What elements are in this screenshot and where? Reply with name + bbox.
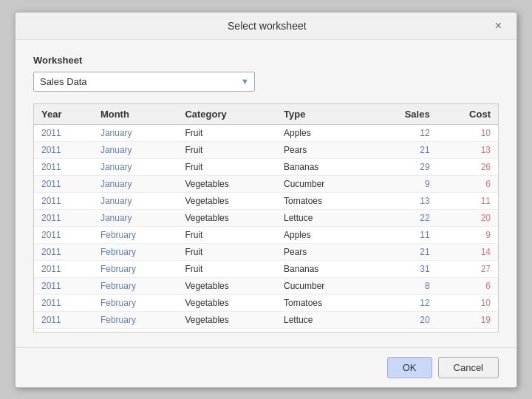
dialog-body: Worksheet Sales Data Sheet2 Sheet3 ▼ Yea…	[16, 40, 516, 347]
table-row: 2011 February Vegetables Lettuce 20 19	[34, 311, 498, 328]
cell-type: Lettuce	[276, 209, 370, 226]
worksheet-select-wrapper: Sales Data Sheet2 Sheet3 ▼	[33, 72, 255, 92]
cell-year: 2011	[34, 260, 93, 277]
cell-category: Fruit	[177, 243, 276, 260]
cell-year: 2011	[34, 243, 93, 260]
cell-category: Vegetables	[177, 175, 276, 192]
cell-category: Vegetables	[177, 294, 276, 311]
cell-sales: 21	[370, 141, 437, 158]
cell-type: Tomatoes	[276, 294, 370, 311]
cell-sales: 12	[370, 124, 437, 141]
table-row: 2011 January Vegetables Lettuce 22 20	[34, 209, 498, 226]
cell-cost: 10	[437, 328, 498, 332]
cell-sales: 20	[370, 311, 437, 328]
cell-year: 2011	[34, 226, 93, 243]
cell-category: Fruit	[177, 141, 276, 158]
table-row: 2011 January Fruit Pears 21 13	[34, 141, 498, 158]
cell-month: February	[93, 226, 177, 243]
cell-sales: 9	[370, 175, 437, 192]
table-row: 2011 January Vegetables Tomatoes 13 11	[34, 192, 498, 209]
cell-cost: 26	[437, 158, 498, 175]
cell-cost: 13	[437, 141, 498, 158]
table-row: 2011 February Fruit Bananas 31 27	[34, 260, 498, 277]
cell-year: 2011	[34, 311, 93, 328]
data-table-container[interactable]: Year Month Category Type Sales Cost 2011…	[33, 103, 499, 332]
cell-category: Fruit	[177, 124, 276, 141]
cell-type: Pears	[276, 141, 370, 158]
table-row: 2011 February Fruit Pears 21 14	[34, 243, 498, 260]
cell-cost: 14	[437, 243, 498, 260]
cell-month: February	[93, 294, 177, 311]
cell-category: Vegetables	[177, 311, 276, 328]
cell-month: February	[93, 260, 177, 277]
cell-cost: 10	[437, 124, 498, 141]
cell-cost: 6	[437, 175, 498, 192]
cell-category: Fruit	[177, 158, 276, 175]
close-button[interactable]: ×	[492, 20, 505, 32]
data-table: Year Month Category Type Sales Cost 2011…	[34, 104, 498, 332]
cell-month: January	[93, 158, 177, 175]
cell-sales: 9	[370, 328, 437, 332]
cell-category: Vegetables	[177, 277, 276, 294]
table-row: 2011 March Fruit Apples 9 10	[34, 328, 498, 332]
cell-sales: 22	[370, 209, 437, 226]
table-row: 2011 January Vegetables Cucumber 9 6	[34, 175, 498, 192]
cell-cost: 19	[437, 311, 498, 328]
cell-year: 2011	[34, 124, 93, 141]
cell-category: Fruit	[177, 328, 276, 332]
cell-sales: 21	[370, 243, 437, 260]
cell-type: Cucumber	[276, 277, 370, 294]
col-header-category: Category	[177, 104, 276, 125]
cell-month: February	[93, 311, 177, 328]
cell-cost: 20	[437, 209, 498, 226]
cell-category: Fruit	[177, 260, 276, 277]
ok-button[interactable]: OK	[387, 357, 432, 378]
cell-cost: 27	[437, 260, 498, 277]
cell-type: Apples	[276, 124, 370, 141]
cell-month: February	[93, 243, 177, 260]
cell-type: Cucumber	[276, 175, 370, 192]
cancel-button[interactable]: Cancel	[438, 357, 499, 378]
table-row: 2011 January Fruit Apples 12 10	[34, 124, 498, 141]
cell-cost: 6	[437, 277, 498, 294]
cell-year: 2011	[34, 175, 93, 192]
cell-type: Apples	[276, 226, 370, 243]
col-header-cost: Cost	[437, 104, 498, 125]
cell-month: January	[93, 175, 177, 192]
worksheet-label: Worksheet	[33, 55, 499, 66]
cell-type: Tomatoes	[276, 192, 370, 209]
col-header-type: Type	[276, 104, 370, 125]
cell-year: 2011	[34, 277, 93, 294]
cell-type: Pears	[276, 243, 370, 260]
cell-month: January	[93, 209, 177, 226]
table-row: 2011 February Vegetables Cucumber 8 6	[34, 277, 498, 294]
dialog-header: Select worksheet ×	[16, 13, 516, 40]
cell-type: Lettuce	[276, 311, 370, 328]
cell-cost: 10	[437, 294, 498, 311]
cell-year: 2011	[34, 141, 93, 158]
worksheet-select[interactable]: Sales Data Sheet2 Sheet3	[33, 72, 255, 92]
table-row: 2011 February Vegetables Tomatoes 12 10	[34, 294, 498, 311]
cell-sales: 13	[370, 192, 437, 209]
col-header-year: Year	[34, 104, 93, 125]
table-row: 2011 January Fruit Bananas 29 26	[34, 158, 498, 175]
dialog-title: Select worksheet	[42, 20, 492, 32]
col-header-month: Month	[93, 104, 177, 125]
cell-year: 2011	[34, 192, 93, 209]
cell-cost: 9	[437, 226, 498, 243]
cell-type: Bananas	[276, 260, 370, 277]
cell-year: 2011	[34, 158, 93, 175]
cell-type: Bananas	[276, 158, 370, 175]
cell-cost: 11	[437, 192, 498, 209]
cell-sales: 31	[370, 260, 437, 277]
cell-category: Vegetables	[177, 192, 276, 209]
cell-month: March	[93, 328, 177, 332]
cell-year: 2011	[34, 294, 93, 311]
cell-month: January	[93, 192, 177, 209]
dialog-footer: OK Cancel	[16, 347, 516, 387]
col-header-sales: Sales	[370, 104, 437, 125]
table-body: 2011 January Fruit Apples 12 10 2011 Jan…	[34, 124, 498, 332]
cell-category: Fruit	[177, 226, 276, 243]
cell-category: Vegetables	[177, 209, 276, 226]
cell-sales: 11	[370, 226, 437, 243]
